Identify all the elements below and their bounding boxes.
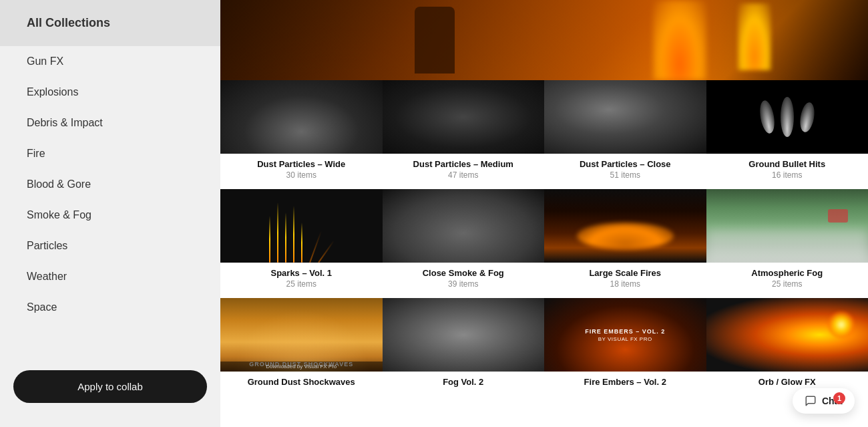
thumbnail-dust-wide xyxy=(220,80,383,154)
grid-item-dust-close[interactable]: Dust Particles – Close 51 items xyxy=(544,80,706,189)
item-info-dust-medium: Dust Particles – Medium 47 items xyxy=(383,154,545,189)
thumbnail-orb-glow xyxy=(706,298,869,372)
chat-widget-inner: Chat 1 xyxy=(805,395,843,407)
sidebar-item-gun-fx[interactable]: Gun FX xyxy=(0,46,220,77)
smoke-puff-2 xyxy=(781,97,794,137)
item-title-dust-medium: Dust Particles – Medium xyxy=(389,159,538,169)
item-info-atmospheric-fog: Atmospheric Fog 25 items xyxy=(706,263,869,298)
grid-row-2: Sparks – Vol. 1 25 items Close Smoke & F… xyxy=(220,189,868,298)
grid-item-dust-wide[interactable]: Dust Particles – Wide 30 items xyxy=(220,80,383,189)
sidebar-item-weather[interactable]: Weather xyxy=(0,261,220,292)
spark-3 xyxy=(285,212,286,263)
sidebar: All Collections Gun FX Explosions Debris… xyxy=(0,0,220,427)
thumbnail-atmospheric-fog xyxy=(706,189,869,263)
item-count-large-fires: 18 items xyxy=(551,279,700,289)
item-title-dust-wide: Dust Particles – Wide xyxy=(227,159,376,169)
sidebar-nav: All Collections Gun FX Explosions Debris… xyxy=(0,0,220,360)
thumbnail-sparks xyxy=(220,189,383,263)
thumbnail-dust-close xyxy=(544,80,706,154)
spark-4 xyxy=(293,206,294,263)
thumbnail-ground-dust: GROUND DUST SHOCKWAVES Downloaded by Vis… xyxy=(220,298,383,372)
item-count-close-smoke: 39 items xyxy=(389,279,538,289)
item-count-sparks: 25 items xyxy=(227,279,376,289)
hero-banner xyxy=(220,0,868,80)
main-content: Dust Particles – Wide 30 items Dust Part… xyxy=(220,0,868,427)
grid-item-large-fires[interactable]: Large Scale Fires 18 items xyxy=(544,189,706,298)
thumbnail-fire-embers: FIRE EMBERS – Vol. 2 by Visual FX Pro xyxy=(544,298,706,372)
item-info-ground-dust: Ground Dust Shockwaves xyxy=(220,372,383,398)
item-title-close-smoke: Close Smoke & Fog xyxy=(389,268,538,278)
item-title-fog-vol2: Fog Vol. 2 xyxy=(389,377,538,387)
thumbnail-dust-medium xyxy=(383,80,545,154)
item-info-dust-close: Dust Particles – Close 51 items xyxy=(544,154,706,189)
spark-5 xyxy=(301,223,302,263)
sidebar-item-all-collections[interactable]: All Collections xyxy=(0,0,220,46)
grid-item-close-smoke[interactable]: Close Smoke & Fog 39 items xyxy=(383,189,545,298)
item-info-sparks: Sparks – Vol. 1 25 items xyxy=(220,263,383,298)
spark-7 xyxy=(318,241,335,263)
item-info-fog-vol2: Fog Vol. 2 xyxy=(383,372,545,398)
item-info-close-smoke: Close Smoke & Fog 39 items xyxy=(383,263,545,298)
grid-item-bullet-hits[interactable]: Ground Bullet Hits 16 items xyxy=(706,80,869,189)
smoke-puff-1 xyxy=(758,100,777,135)
grid-item-dust-medium[interactable]: Dust Particles – Medium 47 items xyxy=(383,80,545,189)
item-title-sparks: Sparks – Vol. 1 xyxy=(227,268,376,278)
smoke-puff-3 xyxy=(798,101,817,133)
item-count-dust-close: 51 items xyxy=(551,170,700,180)
item-count-dust-medium: 47 items xyxy=(389,170,538,180)
hero-flame-1 xyxy=(653,0,706,80)
hero-overlay xyxy=(220,0,868,80)
grid-item-ground-dust[interactable]: GROUND DUST SHOCKWAVES Downloaded by Vis… xyxy=(220,298,383,398)
sidebar-item-blood-gore[interactable]: Blood & Gore xyxy=(0,169,220,200)
item-count-atmospheric-fog: 25 items xyxy=(713,279,862,289)
chat-icon xyxy=(805,395,817,407)
grid-row-1: Dust Particles – Wide 30 items Dust Part… xyxy=(220,80,868,189)
grid-item-orb-glow[interactable]: Orb / Glow FX xyxy=(706,298,869,398)
sidebar-item-fire[interactable]: Fire xyxy=(0,138,220,169)
chat-notification-badge: 1 xyxy=(833,392,845,404)
thumbnail-fog-vol2 xyxy=(383,298,545,372)
thumbnail-bullet-hits xyxy=(706,80,869,154)
item-info-fire-embers: Fire Embers – Vol. 2 xyxy=(544,372,706,398)
item-title-ground-dust: Ground Dust Shockwaves xyxy=(227,377,376,387)
sidebar-item-smoke-fog[interactable]: Smoke & Fog xyxy=(0,200,220,231)
item-title-dust-close: Dust Particles – Close xyxy=(551,159,700,169)
fire-embers-overlay-label: FIRE EMBERS – Vol. 2 by Visual FX Pro xyxy=(585,328,665,342)
grid-row-3: GROUND DUST SHOCKWAVES Downloaded by Vis… xyxy=(220,298,868,398)
grid-item-sparks[interactable]: Sparks – Vol. 1 25 items xyxy=(220,189,383,298)
hero-flame-2 xyxy=(738,3,771,70)
grid-item-fire-embers[interactable]: FIRE EMBERS – Vol. 2 by Visual FX Pro Fi… xyxy=(544,298,706,398)
item-count-dust-wide: 30 items xyxy=(227,170,376,180)
sidebar-item-debris-impact[interactable]: Debris & Impact xyxy=(0,108,220,138)
thumbnail-close-smoke xyxy=(383,189,545,263)
item-title-large-fires: Large Scale Fires xyxy=(551,268,700,278)
item-title-orb-glow: Orb / Glow FX xyxy=(713,377,862,387)
item-title-atmospheric-fog: Atmospheric Fog xyxy=(713,268,862,278)
apply-to-collab-button[interactable]: Apply to collab xyxy=(13,370,207,403)
thumbnail-large-fires xyxy=(544,189,706,263)
item-info-bullet-hits: Ground Bullet Hits 16 items xyxy=(706,154,869,189)
sidebar-item-explosions[interactable]: Explosions xyxy=(0,77,220,108)
item-title-fire-embers: Fire Embers – Vol. 2 xyxy=(551,377,700,387)
chat-widget[interactable]: Chat 1 xyxy=(793,388,855,414)
spark-2 xyxy=(277,202,278,263)
item-title-bullet-hits: Ground Bullet Hits xyxy=(713,159,862,169)
grid-item-fog-vol2[interactable]: Fog Vol. 2 xyxy=(383,298,545,398)
sidebar-item-particles[interactable]: Particles xyxy=(0,231,220,261)
item-count-bullet-hits: 16 items xyxy=(713,170,862,180)
grid-item-atmospheric-fog[interactable]: Atmospheric Fog 25 items xyxy=(706,189,869,298)
sidebar-item-space[interactable]: Space xyxy=(0,292,220,323)
ground-dust-download-label: Downloaded by Visual FX Pro xyxy=(220,362,383,372)
item-info-dust-wide: Dust Particles – Wide 30 items xyxy=(220,154,383,189)
hero-figure xyxy=(415,7,455,74)
spark-1 xyxy=(269,216,270,263)
item-info-large-fires: Large Scale Fires 18 items xyxy=(544,263,706,298)
